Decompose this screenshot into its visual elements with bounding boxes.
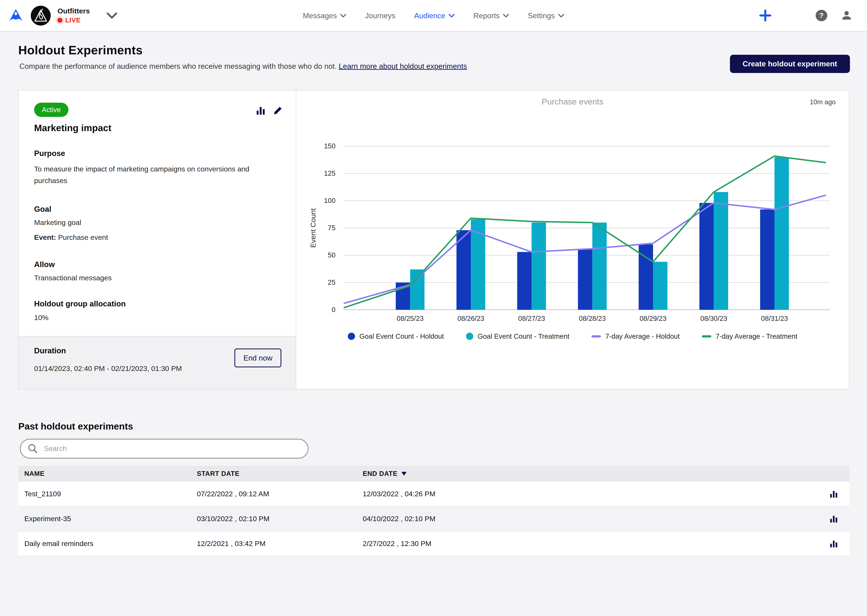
y-tick-label: 50 [328, 251, 335, 259]
nav-item-messages[interactable]: Messages [303, 11, 346, 20]
environment-status: LIVE [57, 16, 90, 24]
cell-end: 12/03/2022 , 04:26 PM [363, 490, 818, 498]
column-header-label: END DATE [363, 470, 397, 478]
legend-item: Goal Event Count - Holdout [348, 332, 444, 340]
bar-holdout[interactable] [517, 252, 532, 310]
cell-name: Daily email reminders [24, 540, 197, 548]
allow-label: Allow [34, 260, 55, 269]
experiment-name: Marketing impact [34, 123, 111, 134]
table-row[interactable]: Test_2110907/22/2022 , 09:12 AM12/03/202… [18, 482, 849, 506]
cell-end: 04/10/2022 , 02:10 PM [363, 515, 818, 523]
y-tick-label: 75 [328, 224, 335, 232]
chevron-down-icon [340, 14, 346, 18]
goal-label: Goal [34, 205, 51, 214]
row-analytics-icon[interactable] [818, 540, 849, 548]
allow-value: Transactional messages [34, 272, 112, 284]
x-tick-label: 08/30/23 [700, 314, 727, 322]
bar-treatment[interactable] [532, 223, 546, 310]
purpose-value: To measure the impact of marketing campa… [34, 163, 250, 187]
project-switcher-chevron-icon[interactable] [106, 12, 117, 19]
chevron-down-icon [558, 14, 564, 18]
y-tick-label: 150 [324, 142, 335, 150]
column-header-name[interactable]: NAME [24, 470, 197, 478]
table-header-row: NAMESTART DATEEND DATE [18, 466, 849, 482]
goal-event-value: Purchase event [56, 233, 108, 241]
nav-item-label: Reports [473, 11, 500, 20]
bar-treatment[interactable] [774, 157, 789, 310]
x-tick-label: 08/28/23 [579, 314, 606, 322]
brand-area: Outfitters LIVE [0, 5, 117, 26]
row-analytics-icon[interactable] [818, 490, 849, 498]
experiment-details-card: Active Marketing impact Purpose To measu… [19, 90, 296, 389]
main-nav: MessagesJourneysAudienceReportsSettings [303, 0, 564, 31]
active-experiment-panel: Active Marketing impact Purpose To measu… [18, 90, 849, 390]
page-description-text: Compare the performance of audience memb… [19, 62, 339, 71]
legend-label: Goal Event Count - Treatment [478, 332, 569, 340]
user-account-icon[interactable] [840, 9, 853, 22]
cell-start: 07/22/2022 , 09:12 AM [197, 490, 363, 498]
chevron-down-icon [449, 14, 455, 18]
nav-item-audience[interactable]: Audience [414, 11, 455, 20]
nav-item-journeys[interactable]: Journeys [365, 11, 396, 20]
status-badge: Active [34, 103, 68, 117]
help-icon[interactable]: ? [816, 10, 827, 22]
cell-start: 12/2/2021 , 03:42 PM [197, 540, 363, 548]
nav-item-settings[interactable]: Settings [528, 11, 564, 20]
cell-end: 2/27/2022 , 12:30 PM [363, 540, 818, 548]
nav-item-reports[interactable]: Reports [473, 11, 509, 20]
goal-event: Event: Purchase event [34, 232, 108, 244]
legend-label: Goal Event Count - Holdout [359, 332, 444, 340]
bar-holdout[interactable] [456, 230, 471, 310]
duration-label: Duration [34, 346, 66, 355]
table-row[interactable]: Daily email reminders12/2/2021 , 03:42 P… [18, 531, 849, 556]
end-now-button[interactable]: End now [235, 349, 281, 367]
row-analytics-icon[interactable] [818, 515, 849, 523]
create-holdout-experiment-button[interactable]: Create holdout experiment [730, 55, 850, 73]
x-tick-label: 08/27/23 [518, 314, 545, 322]
cell-name: Experiment-35 [24, 515, 197, 523]
live-dot-icon [57, 18, 62, 23]
legend-line-swatch [702, 335, 711, 338]
project-info: Outfitters LIVE [57, 7, 90, 24]
edit-pencil-icon[interactable] [273, 106, 282, 115]
project-name: Outfitters [57, 7, 90, 15]
top-navigation-bar: Outfitters LIVE MessagesJourneysAudience… [0, 0, 867, 31]
column-header-end-date[interactable]: END DATE [363, 470, 818, 478]
duration-value: 01/14/2023, 02:40 PM - 02/21/2023, 01:30… [34, 363, 182, 375]
table-body: Test_2110907/22/2022 , 09:12 AM12/03/202… [18, 482, 849, 556]
legend-label: 7-day Average - Treatment [716, 332, 798, 340]
y-axis-label: Event Count [309, 208, 317, 248]
x-tick-label: 08/26/23 [457, 314, 484, 322]
page-title: Holdout Experiments [18, 43, 143, 57]
bar-treatment[interactable] [592, 223, 607, 310]
column-header-start-date[interactable]: START DATE [197, 470, 363, 478]
bar-holdout[interactable] [578, 249, 593, 310]
x-tick-label: 08/29/23 [640, 314, 667, 322]
y-tick-label: 100 [324, 197, 335, 204]
view-analytics-icon[interactable] [256, 106, 265, 115]
y-tick-label: 25 [328, 278, 335, 286]
nav-item-label: Messages [303, 11, 337, 20]
legend-item: 7-day Average - Holdout [591, 332, 679, 340]
column-header-label: START DATE [197, 470, 240, 478]
bar-holdout[interactable] [760, 209, 774, 310]
experiment-card-actions [256, 106, 282, 115]
purchase-events-chart: 025507510012515008/25/2308/26/2308/27/23… [296, 90, 850, 328]
nav-item-label: Audience [414, 11, 445, 20]
topbar-actions: ? [759, 9, 867, 22]
bar-treatment[interactable] [653, 262, 667, 310]
app-logo-icon[interactable] [8, 8, 24, 24]
table-row[interactable]: Experiment-3503/10/2022 , 02:10 PM04/10/… [18, 506, 849, 531]
bar-treatment[interactable] [410, 269, 425, 310]
bar-holdout[interactable] [700, 203, 714, 310]
project-avatar[interactable] [30, 5, 51, 26]
sort-desc-icon [401, 472, 407, 476]
search-input[interactable] [20, 439, 309, 459]
nav-item-label: Settings [528, 11, 555, 20]
create-new-plus-icon[interactable] [759, 9, 771, 22]
learn-more-link[interactable]: Learn more about holdout experiments [339, 62, 467, 71]
y-tick-label: 0 [331, 306, 335, 313]
past-experiments-title: Past holdout experiments [18, 421, 133, 432]
bar-treatment[interactable] [714, 192, 728, 310]
cell-start: 03/10/2022 , 02:10 PM [197, 515, 363, 523]
